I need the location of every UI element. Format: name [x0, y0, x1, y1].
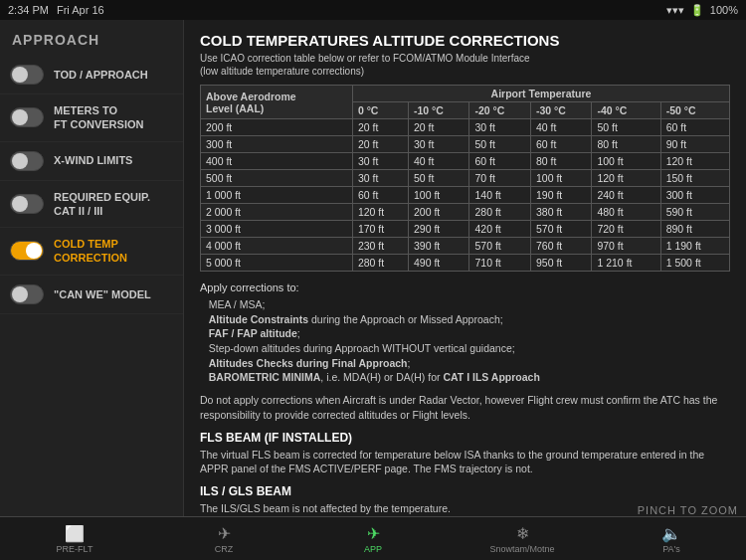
status-bar: 2:34 PM Fri Apr 16 ▾▾▾ 🔋 100%: [0, 0, 746, 20]
sidebar-label-required-equip: REQUIRED EQUIP.CAT II / III: [54, 190, 150, 219]
table-row: 5 000 ft280 ft490 ft710 ft950 ft1 210 ft…: [201, 255, 730, 272]
table-cell: 60 ft: [530, 136, 591, 153]
table-header-airport-temp: Airport Temperature: [352, 86, 729, 102]
toggle-meters-to-ft[interactable]: [10, 107, 44, 127]
sidebar-item-meters-to-ft[interactable]: METERS TOFT CONVERSION: [0, 94, 183, 142]
table-cell: 970 ft: [592, 238, 660, 255]
table-header-n30c: -30 °C: [530, 102, 591, 119]
sidebar-item-required-equip[interactable]: REQUIRED EQUIP.CAT II / III: [0, 181, 183, 229]
table-row: 3 000 ft170 ft290 ft420 ft570 ft720 ft89…: [201, 221, 730, 238]
table-row: 500 ft30 ft50 ft70 ft100 ft120 ft150 ft: [201, 170, 730, 187]
pinch-to-zoom-hint: PINCH TO ZOOM: [638, 504, 738, 516]
table-cell: 950 ft: [530, 255, 591, 272]
main-layout: APPROACH TOD / APPROACH METERS TOFT CONV…: [0, 20, 746, 516]
table-cell: 300 ft: [660, 187, 729, 204]
table-cell: 290 ft: [408, 221, 468, 238]
toggle-required-equip[interactable]: [10, 194, 44, 214]
table-cell: 240 ft: [592, 187, 660, 204]
table-row: 2 000 ft120 ft200 ft280 ft380 ft480 ft59…: [201, 204, 730, 221]
apply-corrections-title: Apply corrections to:: [200, 281, 730, 293]
table-cell: 20 ft: [408, 119, 468, 136]
table-cell: 280 ft: [469, 204, 530, 221]
tab-crz[interactable]: ✈ CRZ: [149, 517, 298, 560]
toggle-cold-temp[interactable]: [10, 241, 44, 261]
sidebar-item-tod-approach[interactable]: TOD / APPROACH: [0, 56, 183, 94]
status-time: 2:34 PM: [8, 4, 49, 16]
sidebar-item-cold-temp[interactable]: COLD TEMPCORRECTION: [0, 228, 183, 276]
table-cell: 590 ft: [660, 204, 729, 221]
table-cell: 1 000 ft: [201, 187, 353, 204]
snowtam-icon: ❄: [516, 524, 529, 543]
table-header-0c: 0 °C: [352, 102, 408, 119]
sidebar-label-tod-approach: TOD / APPROACH: [54, 68, 148, 82]
table-cell: 500 ft: [201, 170, 353, 187]
tab-app[interactable]: ✈ APP: [298, 517, 448, 560]
sidebar-title: APPROACH: [0, 28, 183, 56]
sidebar-label-meters-to-ft: METERS TOFT CONVERSION: [54, 103, 143, 132]
table-header-n10c: -10 °C: [408, 102, 468, 119]
table-cell: 20 ft: [352, 136, 408, 153]
corrections-table: Above AerodromeLevel (AAL) Airport Tempe…: [200, 85, 730, 272]
radar-vector-text: Do not apply corrections when Aircraft i…: [200, 393, 730, 422]
sidebar-label-can-we: "CAN WE" MODEL: [54, 287, 151, 301]
table-cell: 30 ft: [408, 136, 468, 153]
pas-icon: 🔈: [661, 524, 681, 543]
table-header-n50c: -50 °C: [660, 102, 729, 119]
table-cell: 480 ft: [592, 204, 660, 221]
table-cell: 720 ft: [592, 221, 660, 238]
table-cell: 710 ft: [469, 255, 530, 272]
table-cell: 100 ft: [530, 170, 591, 187]
tab-pre-flt[interactable]: ⬜ PRE-FLT: [0, 517, 149, 560]
content-area: COLD TEMPERATURES ALTITUDE CORRECTIONS U…: [184, 20, 746, 516]
table-cell: 100 ft: [592, 153, 660, 170]
table-cell: 4 000 ft: [201, 238, 353, 255]
pre-flt-icon: ⬜: [65, 524, 85, 543]
table-cell: 50 ft: [469, 136, 530, 153]
tab-bar: ⬜ PRE-FLT ✈ CRZ ✈ APP ❄ Snowtam/Motne 🔈 …: [0, 516, 746, 560]
table-cell: 60 ft: [469, 153, 530, 170]
sidebar-item-xwind[interactable]: X-WIND LIMITS: [0, 142, 183, 181]
table-cell: 120 ft: [592, 170, 660, 187]
tab-pre-flt-label: PRE-FLT: [57, 544, 93, 554]
status-date: Fri Apr 16: [57, 4, 104, 16]
tab-pas[interactable]: 🔈 PA's: [597, 517, 746, 560]
table-cell: 1 190 ft: [660, 238, 729, 255]
table-cell: 50 ft: [408, 170, 468, 187]
table-cell: 140 ft: [469, 187, 530, 204]
table-cell: 280 ft: [352, 255, 408, 272]
table-cell: 300 ft: [201, 136, 353, 153]
toggle-can-we[interactable]: [10, 284, 44, 304]
table-cell: 420 ft: [469, 221, 530, 238]
table-cell: 50 ft: [592, 119, 660, 136]
table-cell: 80 ft: [592, 136, 660, 153]
toggle-tod-approach[interactable]: [10, 65, 44, 85]
sidebar-label-xwind: X-WIND LIMITS: [54, 153, 132, 167]
sidebar-item-can-we[interactable]: "CAN WE" MODEL: [0, 276, 183, 314]
fls-heading: FLS BEAM (IF INSTALLED): [200, 431, 730, 445]
table-cell: 200 ft: [408, 204, 468, 221]
app-icon: ✈: [367, 524, 380, 543]
table-cell: 380 ft: [530, 204, 591, 221]
table-row: 200 ft20 ft20 ft30 ft40 ft50 ft60 ft: [201, 119, 730, 136]
table-cell: 390 ft: [408, 238, 468, 255]
table-cell: 100 ft: [408, 187, 468, 204]
table-row: 400 ft30 ft40 ft60 ft80 ft100 ft120 ft: [201, 153, 730, 170]
table-cell: 890 ft: [660, 221, 729, 238]
tab-app-label: APP: [364, 544, 382, 554]
sidebar: APPROACH TOD / APPROACH METERS TOFT CONV…: [0, 20, 184, 516]
table-cell: 30 ft: [352, 170, 408, 187]
battery-icon: 🔋: [690, 4, 704, 17]
table-cell: 1 500 ft: [660, 255, 729, 272]
table-cell: 20 ft: [352, 119, 408, 136]
table-cell: 120 ft: [352, 204, 408, 221]
table-cell: 5 000 ft: [201, 255, 353, 272]
content-title: COLD TEMPERATURES ALTITUDE CORRECTIONS: [200, 32, 730, 49]
table-cell: 190 ft: [530, 187, 591, 204]
tab-snowtam[interactable]: ❄ Snowtam/Motne: [448, 517, 597, 560]
table-row: 4 000 ft230 ft390 ft570 ft760 ft970 ft1 …: [201, 238, 730, 255]
table-cell: 40 ft: [408, 153, 468, 170]
toggle-xwind[interactable]: [10, 151, 44, 171]
table-cell: 40 ft: [530, 119, 591, 136]
fls-text: The virtual FLS beam is corrected for te…: [200, 448, 730, 476]
table-cell: 30 ft: [469, 119, 530, 136]
